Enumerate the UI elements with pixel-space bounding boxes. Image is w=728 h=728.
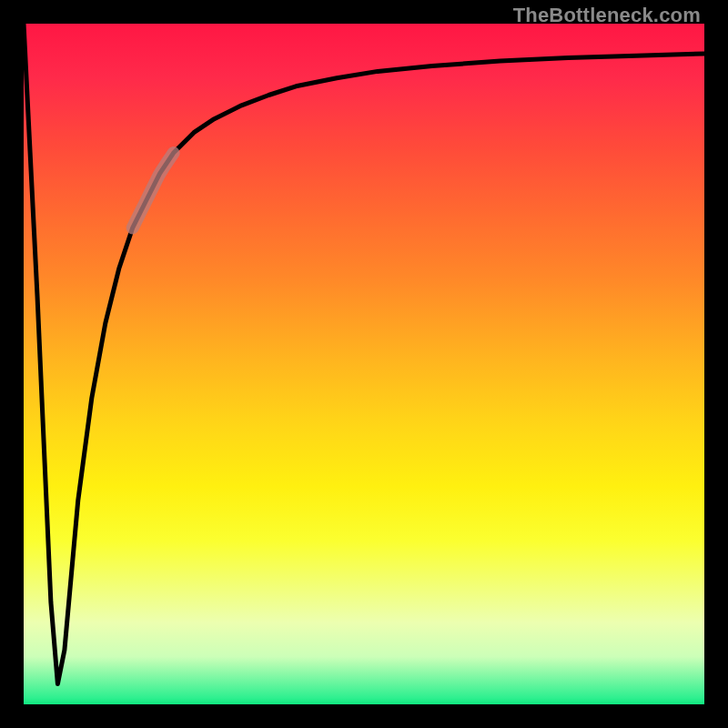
bottleneck-curve — [24, 24, 704, 684]
chart-svg — [0, 0, 728, 728]
chart-frame: TheBottleneck.com — [0, 0, 728, 728]
attribution-text: TheBottleneck.com — [513, 4, 701, 27]
highlight-segment — [133, 153, 174, 228]
